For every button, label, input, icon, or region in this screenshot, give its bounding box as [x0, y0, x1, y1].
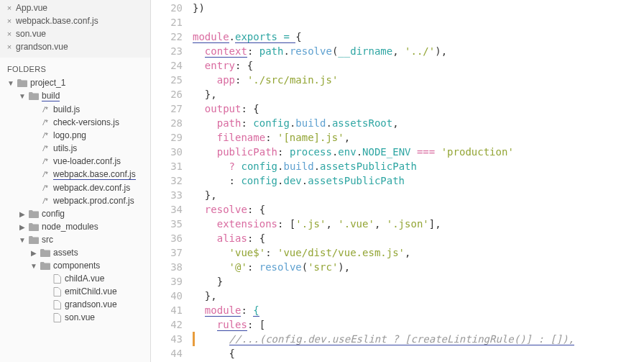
tree-file-webpack-prod-conf-js[interactable]: /*webpack.prod.conf.js	[3, 194, 147, 207]
code-line[interactable]: }	[193, 274, 644, 289]
line-number: 20	[151, 1, 183, 15]
tree-label: src	[42, 235, 53, 245]
code-line[interactable]: //...(config.dev.useEslint ? [createLint…	[193, 332, 644, 346]
close-icon[interactable]: ×	[6, 30, 13, 38]
line-number: 43	[151, 332, 183, 346]
line-number: 23	[151, 44, 183, 58]
line-number: 38	[151, 260, 183, 274]
file-icon	[52, 313, 62, 322]
editor[interactable]: 2021222324252627282930313233343536373839…	[151, 0, 644, 362]
line-number: 44	[151, 346, 183, 361]
code-line[interactable]: publicPath: process.env.NODE_ENV === 'pr…	[193, 145, 644, 159]
tree-file-check-versions-js[interactable]: /*check-versions.js	[3, 116, 147, 129]
line-number: 41	[151, 303, 183, 317]
line-number: 22	[151, 30, 183, 44]
line-number: 26	[151, 87, 183, 101]
code-line[interactable]: resolve: {	[193, 202, 644, 217]
folder-icon	[29, 235, 39, 244]
tree-label: emitChild.vue	[65, 286, 117, 297]
code-line[interactable]: },	[193, 289, 644, 303]
close-icon[interactable]: ×	[6, 42, 13, 51]
tree-label: build	[42, 91, 60, 101]
code-line[interactable]: },	[193, 87, 644, 101]
code-line[interactable]: },	[193, 188, 644, 202]
file-icon: /*	[40, 196, 50, 205]
line-number: 27	[151, 101, 183, 116]
tree-label: childA.vue	[65, 273, 104, 284]
code-line[interactable]: alias: {	[193, 231, 644, 245]
code-line[interactable]: module: {	[193, 303, 644, 317]
tree-file-emitChild-vue[interactable]: emitChild.vue	[3, 285, 147, 298]
tab-app-vue[interactable]: ×App.vue	[3, 1, 147, 14]
code-line[interactable]: 'vue$': 'vue/dist/vue.esm.js',	[193, 245, 644, 260]
tree-folder-components[interactable]: ▼components	[3, 259, 147, 272]
modified-marker	[193, 332, 195, 346]
code-line[interactable]: '@': resolve('src'),	[193, 260, 644, 274]
file-tree: ▼project_1▼build/*build.js/*check-versio…	[0, 76, 150, 362]
line-number: 25	[151, 73, 183, 87]
line-number: 21	[151, 15, 183, 30]
tree-label: webpack.dev.conf.js	[53, 183, 130, 193]
tree-label: son.vue	[65, 312, 95, 322]
code-area[interactable]: }) module.exports = { context: path.reso…	[193, 0, 644, 362]
code-line[interactable]: ? config.build.assetsPublicPath	[193, 159, 644, 173]
tree-file-utils-js[interactable]: /*utils.js	[3, 142, 147, 155]
file-icon	[52, 287, 62, 296]
close-icon[interactable]: ×	[6, 17, 13, 25]
code-line[interactable]: output: {	[193, 101, 644, 116]
folder-icon	[29, 92, 39, 101]
disclosure-icon: ▼	[19, 92, 26, 100]
tree-folder-project[interactable]: ▼project_1	[3, 76, 147, 89]
tree-file-webpack-base-conf-js[interactable]: /*webpack.base.conf.js	[3, 168, 147, 181]
tree-file-build-js[interactable]: /*build.js	[3, 103, 147, 116]
tree-label: project_1	[30, 78, 65, 88]
line-number: 36	[151, 231, 183, 245]
code-line[interactable]: })	[193, 1, 644, 15]
code-line[interactable]: module.exports = {	[193, 30, 644, 44]
close-icon[interactable]: ×	[6, 4, 13, 12]
code-line[interactable]: : config.dev.assetsPublicPath	[193, 173, 644, 188]
line-number: 39	[151, 274, 183, 289]
code-line[interactable]: context: path.resolve(__dirname, '../'),	[193, 44, 644, 58]
code-line[interactable]: {	[193, 346, 644, 361]
tree-folder-build[interactable]: ▼build	[3, 89, 147, 103]
tree-folder-config[interactable]: ▶config	[3, 207, 147, 220]
line-number: 34	[151, 202, 183, 217]
file-icon	[52, 300, 62, 309]
line-number: 30	[151, 145, 183, 159]
file-icon	[52, 274, 62, 283]
file-icon: /*	[40, 157, 50, 166]
tree-label: utils.js	[53, 143, 77, 153]
code-line[interactable]	[193, 15, 644, 30]
tree-file-logo-png[interactable]: /*logo.png	[3, 129, 147, 142]
tree-file-vue-loader-conf-js[interactable]: /*vue-loader.conf.js	[3, 155, 147, 168]
line-number: 40	[151, 289, 183, 303]
code-line[interactable]: entry: {	[193, 58, 644, 73]
line-gutter: 2021222324252627282930313233343536373839…	[151, 0, 193, 362]
tree-file-son-vue[interactable]: son.vue	[3, 311, 147, 324]
tree-label: webpack.base.conf.js	[53, 169, 136, 180]
disclosure-icon: ▼	[30, 262, 37, 270]
line-number: 32	[151, 173, 183, 188]
tab-grandson-vue[interactable]: ×grandson.vue	[3, 40, 147, 53]
code-line[interactable]: filename: '[name].js',	[193, 130, 644, 145]
open-tabs: ×App.vue×webpack.base.conf.js×son.vue×gr…	[0, 0, 150, 58]
code-line[interactable]: rules: [	[193, 317, 644, 332]
code-line[interactable]: extensions: ['.js', '.vue', '.json'],	[193, 217, 644, 231]
code-line[interactable]: app: './src/main.js'	[193, 73, 644, 87]
tree-folder-assets[interactable]: ▶assets	[3, 246, 147, 259]
tree-file-webpack-dev-conf-js[interactable]: /*webpack.dev.conf.js	[3, 181, 147, 194]
tree-folder-node-modules[interactable]: ▶node_modules	[3, 220, 147, 233]
tab-webpack-base-conf-js[interactable]: ×webpack.base.conf.js	[3, 14, 147, 27]
tree-label: assets	[53, 248, 78, 258]
tree-file-childA-vue[interactable]: childA.vue	[3, 272, 147, 285]
tree-folder-src[interactable]: ▼src	[3, 233, 147, 246]
code-line[interactable]: path: config.build.assetsRoot,	[193, 116, 644, 130]
tab-label: webpack.base.conf.js	[16, 16, 98, 26]
disclosure-icon: ▼	[7, 79, 14, 87]
line-number: 37	[151, 245, 183, 260]
tree-label: components	[53, 261, 100, 271]
tab-son-vue[interactable]: ×son.vue	[3, 27, 147, 40]
tree-file-grandson-vue[interactable]: grandson.vue	[3, 298, 147, 311]
tree-label: vue-loader.conf.js	[53, 156, 121, 166]
